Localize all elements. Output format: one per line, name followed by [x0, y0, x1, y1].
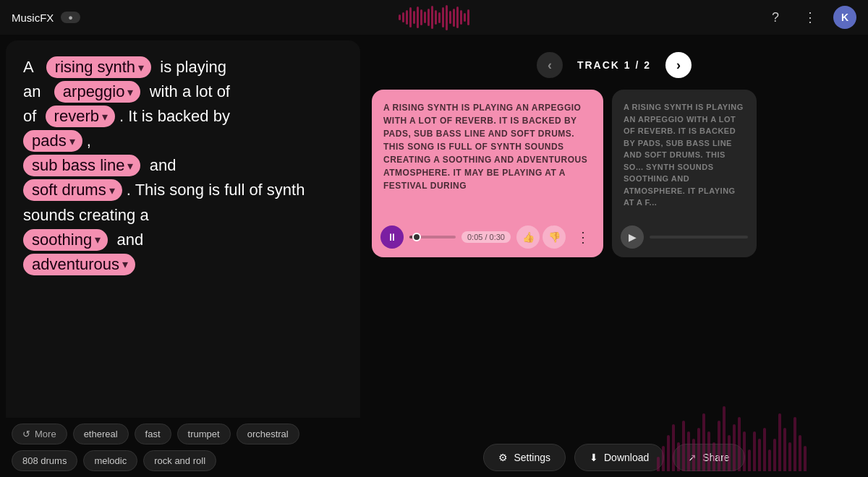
prompt-of: of	[23, 107, 36, 125]
download-icon: ⬇	[590, 452, 598, 463]
text-is-playing: is playing	[160, 58, 226, 76]
prev-icon: ‹	[548, 58, 552, 73]
like-button[interactable]: 👍	[516, 225, 540, 249]
chevron-down-icon-6: ▾	[109, 184, 115, 197]
tracks-area: A RISING SYNTH IS PLAYING AN ARPEGGIO WI…	[372, 90, 856, 432]
chip-adventurous[interactable]: adventurous ▾	[23, 254, 135, 275]
download-button[interactable]: ⬇ Download	[574, 444, 664, 471]
topbar-right: ? ⋮ K	[764, 6, 856, 29]
share-button[interactable]: ↗ Share	[673, 444, 744, 471]
inactive-progress-bar	[650, 236, 748, 239]
topbar: MusicFX ● ? ⋮ K	[0, 0, 868, 35]
topbar-left: MusicFX ●	[12, 12, 80, 24]
dislike-button[interactable]: 👎	[542, 225, 566, 249]
track-inactive-controls: ▶	[612, 220, 757, 257]
track-prev-button[interactable]: ‹	[537, 52, 563, 78]
app-badge: ●	[61, 12, 80, 23]
prompt-an: an	[23, 82, 41, 100]
download-label: Download	[604, 452, 649, 463]
suggestion-trumpet[interactable]: trumpet	[177, 424, 231, 444]
chevron-down-icon-3: ▾	[102, 110, 108, 124]
play-button-inactive[interactable]: ▶	[621, 225, 644, 249]
track-card-active: A RISING SYNTH IS PLAYING AN ARPEGGIO WI…	[372, 90, 603, 257]
track-card-inactive: A RISING SYNTH IS PLAYING AN ARPEGGIO WI…	[612, 90, 757, 257]
app-title: MusicFX	[12, 12, 54, 24]
suggestion-fast[interactable]: fast	[135, 424, 171, 444]
chip-pads[interactable]: pads ▾	[23, 130, 82, 152]
like-icon: 👍	[522, 231, 535, 243]
text-and2: and	[116, 231, 143, 249]
share-icon: ↗	[688, 452, 697, 463]
dislike-icon: 👎	[548, 231, 561, 243]
chevron-down-icon: ▾	[138, 61, 144, 74]
next-icon: ›	[676, 58, 681, 73]
help-button[interactable]: ?	[764, 6, 787, 29]
prompt-area: A rising synth ▾ is playing an arpeggio …	[23, 55, 343, 426]
chevron-down-icon-7: ▾	[95, 233, 101, 246]
more-icon: ⋮	[576, 228, 590, 246]
right-panel: ‹ TRACK 1 / 2 › A RISING SYNTH IS PLAYIN…	[360, 35, 868, 477]
track-active-controls: ⏸ 0:05 / 0:30 👍 👎	[372, 220, 603, 257]
progress-bar[interactable]	[409, 236, 456, 239]
suggestion-808-drums[interactable]: 808 drums	[12, 450, 77, 471]
more-label: More	[35, 429, 56, 439]
suggestion-ethereal[interactable]: ethereal	[73, 424, 129, 444]
pause-icon: ⏸	[387, 231, 397, 243]
more-refresh-icon: ↺	[22, 429, 30, 439]
left-panel: A rising synth ▾ is playing an arpeggio …	[6, 40, 360, 471]
track-next-button[interactable]: ›	[665, 52, 692, 78]
avatar[interactable]: K	[833, 6, 856, 29]
text-backed: . It is backed by	[119, 107, 230, 125]
chip-rising-synth[interactable]: rising synth ▾	[46, 56, 151, 78]
track-time: 0:05 / 0:30	[461, 231, 511, 243]
prompt-prefix-a: A	[23, 58, 33, 76]
suggestion-rock-and-roll[interactable]: rock and roll	[143, 450, 216, 471]
more-options-button[interactable]: ⋮	[799, 6, 822, 29]
suggestion-melodic[interactable]: melodic	[83, 450, 137, 471]
track-nav: ‹ TRACK 1 / 2 ›	[372, 52, 856, 78]
text-comma: ,	[87, 132, 91, 150]
main: A rising synth ▾ is playing an arpeggio …	[0, 35, 868, 477]
track-actions: 👍 👎	[516, 225, 566, 249]
settings-icon: ⚙	[498, 452, 508, 463]
track-card-wrapper-inactive: A RISING SYNTH IS PLAYING AN ARPEGGIO WI…	[612, 90, 757, 257]
play-icon: ▶	[629, 231, 637, 243]
track-inactive-text: A RISING SYNTH IS PLAYING AN ARPEGGIO WI…	[612, 90, 757, 220]
text-with-lot: with a lot of	[150, 82, 230, 100]
track-more-button[interactable]: ⋮	[571, 225, 595, 249]
chip-soothing[interactable]: soothing ▾	[23, 229, 108, 251]
chip-arpeggio[interactable]: arpeggio ▾	[54, 81, 141, 103]
waveform-top	[289, 0, 579, 35]
track-label: TRACK 1 / 2	[577, 59, 651, 71]
settings-label: Settings	[514, 452, 550, 463]
suggestions-bar: ↺ More ethereal fast trumpet orchestral …	[6, 418, 360, 477]
chip-sub-bass-line[interactable]: sub bass line ▾	[23, 155, 140, 176]
share-label: Share	[702, 452, 729, 463]
text-and1: and	[150, 156, 176, 174]
settings-button[interactable]: ⚙ Settings	[483, 444, 566, 471]
chip-reverb[interactable]: reverb ▾	[46, 106, 115, 127]
suggestion-orchestral[interactable]: orchestral	[237, 424, 299, 444]
help-icon: ?	[772, 10, 779, 25]
more-suggestions-button[interactable]: ↺ More	[12, 424, 67, 444]
progress-thumb	[412, 233, 421, 241]
bottom-controls: ⚙ Settings ⬇ Download ↗ Share	[372, 444, 856, 471]
pause-button[interactable]: ⏸	[380, 225, 404, 249]
chevron-down-icon-2: ▾	[127, 85, 133, 99]
chevron-down-icon-5: ▾	[127, 159, 133, 173]
more-icon: ⋮	[804, 9, 817, 25]
chip-soft-drums[interactable]: soft drums ▾	[23, 179, 122, 201]
chevron-down-icon-8: ▾	[122, 257, 128, 271]
chevron-down-icon-4: ▾	[69, 134, 75, 148]
track-active-text: A RISING SYNTH IS PLAYING AN ARPEGGIO WI…	[372, 90, 603, 220]
